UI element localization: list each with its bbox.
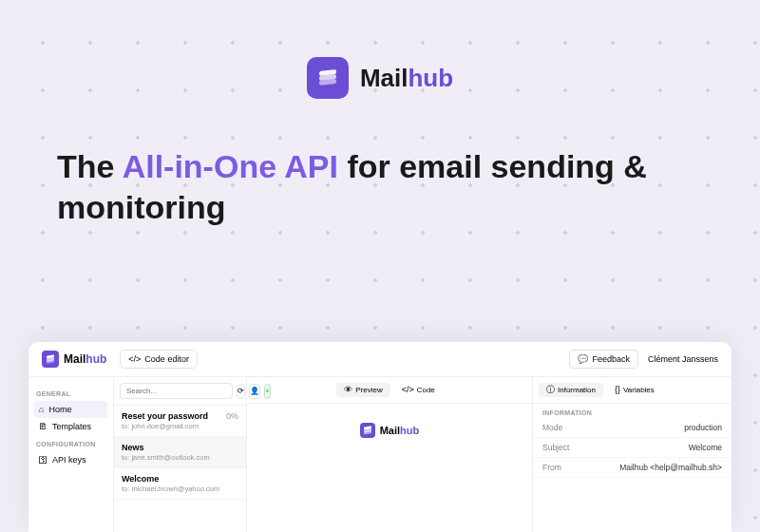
email-list: ⟳ 👤 + Reset your password0% to: john.doe… [114, 377, 247, 532]
eye-icon: 👁 [344, 386, 352, 394]
tab-information[interactable]: ⓘInformation [539, 383, 603, 397]
info-panel: ⓘInformation {}Variables INFORMATION Mod… [532, 377, 732, 532]
main-logo: Mailhub [57, 57, 703, 99]
logo-badge-icon [360, 423, 375, 438]
headline: The All-in-One API for email sending & m… [57, 146, 703, 227]
sidebar-item-apikeys[interactable]: ⚿API keys [34, 451, 107, 468]
hero-section: Mailhub The All-in-One API for email sen… [0, 0, 760, 256]
user-name[interactable]: Clément Janssens [648, 354, 718, 364]
feedback-button[interactable]: 💬Feedback [569, 350, 638, 369]
logo-text: Mailhub [360, 64, 453, 93]
tab-variables[interactable]: {}Variables [607, 383, 662, 397]
list-item[interactable]: Welcome to: michael.brown@yahoo.com [114, 468, 246, 500]
tab-preview[interactable]: 👁Preview [336, 383, 390, 397]
topbar: Mailhub </>Code editor 💬Feedback Clément… [28, 342, 732, 377]
list-item[interactable]: News to: jane.smith@outlook.com [114, 437, 246, 468]
sidebar-section-general: GENERAL [36, 390, 105, 397]
info-icon: ⓘ [546, 386, 555, 394]
code-editor-button[interactable]: </>Code editor [120, 350, 198, 369]
document-icon: 🖹 [39, 423, 48, 431]
code-icon: </> [402, 386, 414, 394]
sidebar-item-home[interactable]: ⌂Home [34, 401, 107, 418]
braces-icon: {} [615, 386, 620, 394]
list-item[interactable]: Reset your password0% to: john.doe@gmail… [114, 406, 246, 437]
refresh-button[interactable]: ⟳ [237, 384, 245, 399]
sidebar-item-templates[interactable]: 🖹Templates [34, 418, 107, 435]
search-input[interactable] [120, 383, 233, 399]
app-logo[interactable]: Mailhub [42, 351, 106, 368]
info-row-mode: Modeproduction [533, 418, 732, 438]
app-window: Mailhub </>Code editor 💬Feedback Clément… [28, 342, 732, 532]
refresh-icon: ⟳ [238, 387, 244, 395]
logo-badge-icon [307, 57, 349, 99]
logo-badge-icon [42, 351, 59, 368]
sidebar-section-configuration: CONFIGURATION [36, 441, 105, 447]
sidebar: GENERAL ⌂Home 🖹Templates CONFIGURATION ⚿… [28, 377, 114, 532]
code-icon: </> [128, 355, 141, 364]
info-row-from: FromMailhub <help@mailhub.sh> [533, 458, 732, 478]
chat-icon: 💬 [578, 355, 588, 364]
home-icon: ⌂ [39, 406, 44, 414]
preview-content-logo: Mailhub [360, 423, 420, 438]
logo-text: Mailhub [64, 352, 106, 366]
key-icon: ⚿ [39, 456, 48, 465]
preview-pane: 👁Preview </>Code Mailhub [247, 377, 532, 532]
info-row-subject: SubjectWelcome [533, 438, 732, 458]
tab-code[interactable]: </>Code [394, 383, 443, 397]
info-section-label: INFORMATION [533, 404, 732, 418]
